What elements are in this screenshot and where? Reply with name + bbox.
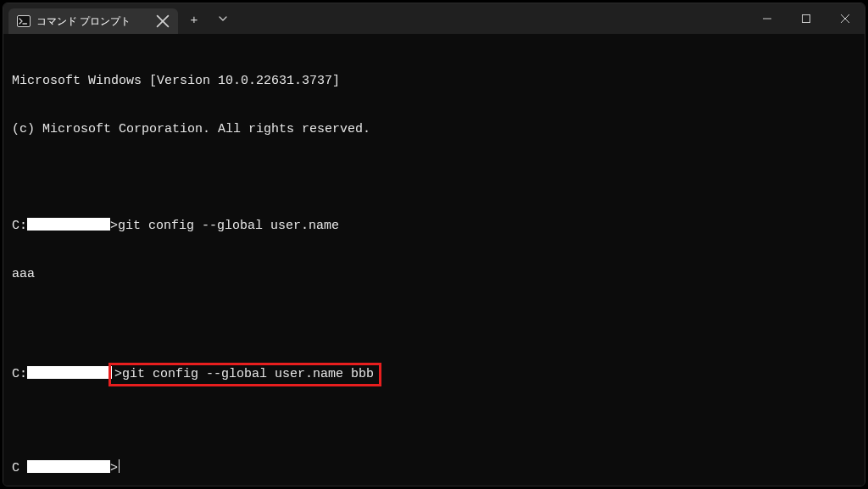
close-window-button[interactable] [826,3,865,34]
outer-frame: コマンド プロンプト + [0,0,868,489]
terminal-line: (c) Microsoft Corporation. All rights re… [12,121,856,137]
terminal-line: C:>git config --global user.name bbb [12,363,856,379]
titlebar[interactable]: コマンド プロンプト + [3,3,865,34]
minimize-button[interactable] [748,3,787,34]
terminal-window: コマンド プロンプト + [3,3,865,486]
tab-dropdown-button[interactable] [209,3,237,34]
window-controls [748,3,865,34]
tab-strip: コマンド プロンプト [3,3,178,34]
terminal-line: C > [12,459,856,475]
terminal-line: aaa [12,266,856,282]
titlebar-tab-controls: + [180,3,237,34]
terminal-body[interactable]: Microsoft Windows [Version 10.0.22631.37… [3,34,865,486]
maximize-button[interactable] [787,3,826,34]
redacted-path [27,366,112,379]
cursor [119,459,120,473]
tab-close-button[interactable] [156,14,170,28]
terminal-line: Microsoft Windows [Version 10.0.22631.37… [12,73,856,89]
tab-command-prompt[interactable]: コマンド プロンプト [8,8,178,34]
command-prompt-icon [17,14,31,28]
redacted-path [27,218,110,231]
svg-rect-0 [18,16,31,27]
terminal-line: C:>git config --global user.name [12,218,856,234]
annotation-highlight-box: >git config --global user.name bbb [108,363,381,386]
titlebar-drag-area[interactable] [237,3,748,34]
svg-rect-3 [803,15,810,23]
new-tab-button[interactable]: + [180,3,209,34]
tab-title: コマンド プロンプト [36,14,150,29]
redacted-path [27,460,110,473]
